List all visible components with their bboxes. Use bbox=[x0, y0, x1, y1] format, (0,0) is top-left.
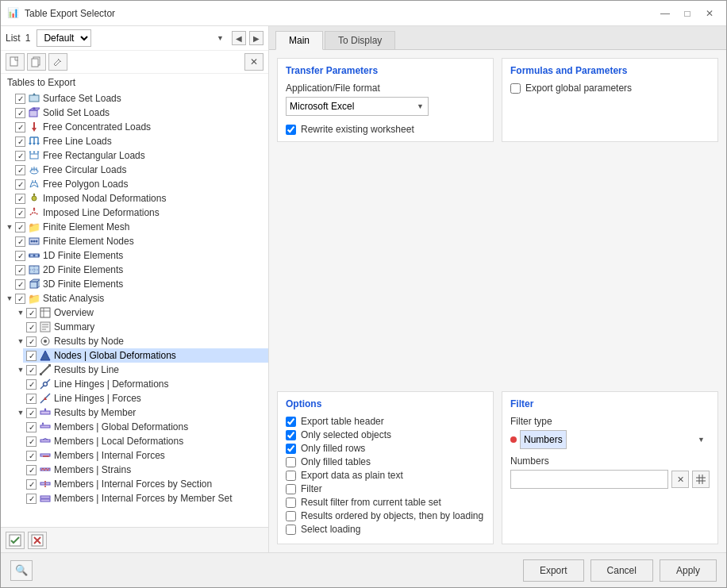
tree-item-free-line-loads[interactable]: Free Line Loads bbox=[12, 134, 268, 148]
tree-item-members-global-def[interactable]: Members | Global Deformations bbox=[23, 420, 268, 434]
tree-item-members-if-member-set[interactable]: Members | Internal Forces by Member Set bbox=[23, 491, 268, 505]
cb-free-circular-loads[interactable] bbox=[15, 165, 25, 175]
edit-button[interactable] bbox=[48, 53, 67, 71]
cb-line-hinges-forces[interactable] bbox=[26, 394, 37, 404]
numbers-grid-button[interactable] bbox=[692, 471, 710, 488]
opt-only-selected-objects-cb[interactable] bbox=[286, 430, 296, 440]
tree-item-members-internal-forces[interactable]: Members | Internal Forces bbox=[23, 448, 268, 463]
cancel-button[interactable]: Cancel bbox=[590, 559, 653, 582]
tree-item-free-circular-loads[interactable]: Free Circular Loads bbox=[12, 163, 268, 177]
opt-result-filter-current-cb[interactable] bbox=[286, 498, 296, 508]
tree-item-fe-nodes[interactable]: Finite Element Nodes bbox=[12, 234, 268, 248]
tree-item-free-rectangular-loads[interactable]: Free Rectangular Loads bbox=[12, 148, 268, 163]
uncheck-all-button[interactable] bbox=[28, 532, 47, 549]
tree-item-members-strains[interactable]: Members | Strains bbox=[23, 463, 268, 477]
opt-export-table-header-cb[interactable] bbox=[286, 417, 296, 427]
cb-free-line-loads[interactable] bbox=[15, 136, 25, 147]
opt-export-plain-text-cb[interactable] bbox=[286, 471, 296, 481]
format-select[interactable]: Microsoft Excel CSV PDF bbox=[286, 97, 429, 116]
cb-imposed-nodal-def[interactable] bbox=[15, 194, 25, 204]
cb-members-strains[interactable] bbox=[26, 465, 37, 475]
filter-type-select[interactable]: Numbers List Range bbox=[520, 430, 567, 449]
cb-solid-set-loads[interactable] bbox=[15, 108, 25, 118]
right-panel: Main To Display Transfer Parameters Appl… bbox=[269, 26, 726, 552]
cb-members-internal-forces[interactable] bbox=[26, 451, 37, 461]
copy-button[interactable] bbox=[27, 53, 46, 71]
cb-fem[interactable] bbox=[15, 222, 25, 233]
cb-members-global-def[interactable] bbox=[26, 422, 37, 432]
tree-item-imposed-line-def[interactable]: Imposed Line Deformations bbox=[12, 206, 268, 220]
export-button[interactable]: Export bbox=[523, 559, 584, 582]
search-button[interactable]: 🔍 bbox=[10, 560, 33, 581]
tree-item-solid-set-loads[interactable]: Solid Set Loads bbox=[12, 106, 268, 120]
maximize-button[interactable]: □ bbox=[677, 6, 698, 21]
cb-surface-set-loads[interactable] bbox=[15, 94, 25, 104]
cb-overview[interactable] bbox=[26, 308, 37, 318]
tree-item-members-if-section[interactable]: Members | Internal Forces by Section bbox=[23, 477, 268, 491]
tree-item-overview[interactable]: ▼ Overview bbox=[12, 306, 268, 320]
cb-free-rectangular-loads[interactable] bbox=[15, 151, 25, 161]
tree-item-results-by-line[interactable]: ▼ Results by Line bbox=[12, 363, 268, 377]
rewrite-checkbox[interactable] bbox=[286, 125, 296, 135]
tree-item-free-polygon-loads[interactable]: Free Polygon Loads bbox=[12, 177, 268, 191]
tree-item-imposed-nodal-def[interactable]: Imposed Nodal Deformations bbox=[12, 191, 268, 206]
cb-free-concentrated-loads[interactable] bbox=[15, 122, 25, 133]
tab-to-display[interactable]: To Display bbox=[325, 31, 395, 49]
svg-marker-39 bbox=[33, 207, 36, 209]
free-rectangular-loads-icon bbox=[28, 149, 40, 162]
tree-item-2d-fe[interactable]: 2D Finite Elements bbox=[12, 263, 268, 277]
cb-1d-fe[interactable] bbox=[15, 251, 25, 261]
tree-item-free-concentrated-loads[interactable]: Free Concentrated Loads bbox=[12, 120, 268, 134]
cb-nodes-global-def[interactable] bbox=[26, 351, 37, 361]
tree-item-static-analysis[interactable]: ▼ 📁 Static Analysis bbox=[1, 291, 268, 306]
opt-only-filled-tables-cb[interactable] bbox=[286, 457, 296, 467]
cb-2d-fe[interactable] bbox=[15, 265, 25, 275]
tree-item-summary[interactable]: Summary bbox=[23, 320, 268, 334]
cb-results-by-member[interactable] bbox=[26, 408, 37, 418]
export-global-checkbox[interactable] bbox=[510, 83, 521, 94]
cb-fe-nodes[interactable] bbox=[15, 236, 25, 247]
numbers-input[interactable] bbox=[510, 470, 668, 489]
opt-filter-cb[interactable] bbox=[286, 484, 296, 494]
tree-item-3d-fe[interactable]: 3D Finite Elements bbox=[12, 277, 268, 291]
fem-folder-icon: 📁 bbox=[28, 221, 40, 233]
footer-left: 🔍 bbox=[10, 560, 517, 581]
opt-select-loading-cb[interactable] bbox=[286, 525, 296, 535]
clear-button[interactable]: ✕ bbox=[244, 53, 263, 71]
cb-results-by-node[interactable] bbox=[26, 336, 37, 347]
apply-button[interactable]: Apply bbox=[660, 559, 717, 582]
minimize-button[interactable]: — bbox=[655, 6, 675, 21]
tree-item-line-hinges-def[interactable]: Line Hinges | Deformations bbox=[23, 377, 268, 391]
cb-line-hinges-def[interactable] bbox=[26, 379, 37, 390]
cb-members-local-def[interactable] bbox=[26, 436, 37, 447]
svg-marker-76 bbox=[42, 422, 44, 425]
cb-imposed-line-def[interactable] bbox=[15, 208, 25, 218]
cb-summary[interactable] bbox=[26, 322, 37, 332]
cb-free-polygon-loads[interactable] bbox=[15, 179, 25, 190]
cb-members-if-member-set[interactable] bbox=[26, 494, 37, 504]
tree-item-surface-set-loads[interactable]: Surface Set Loads bbox=[12, 91, 268, 106]
opt-only-filled-rows-cb[interactable] bbox=[286, 444, 296, 454]
cb-members-if-section[interactable] bbox=[26, 479, 37, 490]
list-next-button[interactable]: ▶ bbox=[249, 31, 263, 45]
list-select[interactable]: Default bbox=[37, 29, 91, 47]
tree-item-fem[interactable]: ▼ 📁 Finite Element Mesh bbox=[1, 220, 268, 234]
tree-item-members-local-def[interactable]: Members | Local Deformations bbox=[23, 434, 268, 448]
tree-area[interactable]: Surface Set Loads Solid Set Loads Free C… bbox=[1, 90, 268, 527]
check-all-button[interactable] bbox=[6, 532, 25, 549]
svg-marker-26 bbox=[33, 151, 36, 152]
tree-item-nodes-global-def[interactable]: Nodes | Global Deformations bbox=[23, 348, 268, 363]
close-button[interactable]: ✕ bbox=[699, 6, 720, 21]
tree-item-line-hinges-forces[interactable]: Line Hinges | Forces bbox=[23, 391, 268, 405]
cb-3d-fe[interactable] bbox=[15, 279, 25, 290]
list-prev-button[interactable]: ◀ bbox=[232, 31, 246, 45]
tree-item-results-by-node[interactable]: ▼ Results by Node bbox=[12, 334, 268, 348]
opt-results-ordered-cb[interactable] bbox=[286, 511, 296, 521]
new-button[interactable] bbox=[6, 53, 25, 71]
tree-item-1d-fe[interactable]: 1D Finite Elements bbox=[12, 248, 268, 263]
cb-static-analysis[interactable] bbox=[15, 294, 25, 304]
cb-results-by-line[interactable] bbox=[26, 365, 37, 375]
numbers-clear-button[interactable]: ✕ bbox=[671, 471, 689, 488]
tab-main[interactable]: Main bbox=[275, 31, 323, 50]
tree-item-results-by-member[interactable]: ▼ Results by Member bbox=[12, 405, 268, 420]
